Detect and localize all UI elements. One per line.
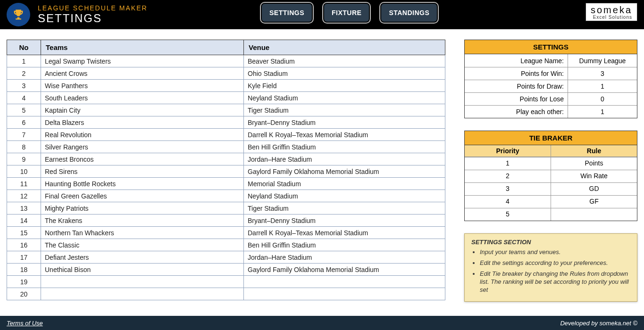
cell-venue[interactable]: Jordan–Hare Stadium	[244, 153, 445, 165]
help-item: Edit the settings according to your pref…	[480, 259, 630, 267]
help-box: SETTINGS SECTION Input your teams and ve…	[464, 233, 637, 302]
cell-no[interactable]: 8	[7, 141, 41, 153]
settings-panel: SETTINGS League Name:Dummy LeaguePoints …	[464, 40, 637, 118]
cell-team[interactable]: Real Revolution	[41, 129, 244, 141]
cell-team[interactable]: Wise Panthers	[41, 80, 244, 92]
cell-team[interactable]: Unethical Bison	[41, 264, 244, 276]
table-row: 18Unethical BisonGaylord Family Oklahoma…	[7, 264, 445, 276]
cell-venue[interactable]	[244, 276, 445, 288]
cell-no[interactable]: 3	[7, 80, 41, 92]
cell-venue[interactable]: Kyle Field	[244, 80, 445, 92]
cell-no[interactable]: 11	[7, 178, 41, 190]
tie-priority: 1	[465, 157, 551, 170]
cell-team[interactable]: Final Green Gazelles	[41, 190, 244, 202]
cell-no[interactable]: 10	[7, 165, 41, 178]
cell-venue[interactable]: Neyland Stadium	[244, 92, 445, 104]
col-no: No	[7, 40, 41, 55]
settings-value[interactable]: 3	[568, 67, 637, 80]
terms-link[interactable]: Terms of Use	[7, 320, 43, 327]
cell-venue[interactable]: Gaylord Family Oklahoma Memorial Stadium	[244, 264, 445, 276]
nav-standings-button[interactable]: STANDINGS	[381, 4, 437, 22]
table-row: 6Delta BlazersBryant–Denny Stadium	[7, 116, 445, 129]
cell-no[interactable]: 19	[7, 276, 41, 288]
tie-priority: 5	[465, 208, 551, 221]
settings-value[interactable]: Dummy League	[568, 54, 637, 67]
cell-venue[interactable]: Gaylord Family Oklahoma Memorial Stadium	[244, 165, 445, 178]
table-row: 8Silver RangersBen Hill Griffin Stadium	[7, 141, 445, 153]
cell-no[interactable]: 1	[7, 55, 41, 67]
cell-venue[interactable]: Ben Hill Griffin Stadium	[244, 141, 445, 153]
cell-no[interactable]: 2	[7, 67, 41, 80]
cell-no[interactable]: 5	[7, 104, 41, 116]
settings-row: Points for Win:3	[465, 67, 637, 80]
col-teams: Teams	[41, 40, 244, 55]
cell-venue[interactable]: Memorial Stadium	[244, 178, 445, 190]
table-row: 20	[7, 288, 445, 300]
tie-rule[interactable]: Win Rate	[551, 170, 637, 182]
cell-team[interactable]	[41, 276, 244, 288]
cell-team[interactable]: Red Sirens	[41, 165, 244, 178]
cell-team[interactable]: Mighty Patriots	[41, 202, 244, 214]
cell-team[interactable]: Defiant Jesters	[41, 251, 244, 264]
cell-team[interactable]: Delta Blazers	[41, 116, 244, 129]
cell-venue[interactable]: Beaver Stadium	[244, 55, 445, 67]
settings-label: Points for Draw:	[465, 80, 568, 92]
help-item: Edit Tie breaker by changing the Rules f…	[480, 270, 630, 294]
cell-no[interactable]: 6	[7, 116, 41, 129]
tie-rule[interactable]: GF	[551, 195, 637, 208]
cell-venue[interactable]: Neyland Stadium	[244, 190, 445, 202]
nav-fixture-button[interactable]: FIXTURE	[324, 4, 369, 22]
tie-rule[interactable]	[551, 208, 637, 221]
cell-no[interactable]: 17	[7, 251, 41, 264]
settings-value[interactable]: 1	[568, 105, 637, 118]
cell-venue[interactable]: Tiger Stadium	[244, 202, 445, 214]
cell-venue[interactable]: Ohio Stadium	[244, 67, 445, 80]
tie-row: 4GF	[465, 195, 637, 208]
cell-no[interactable]: 15	[7, 227, 41, 239]
cell-no[interactable]: 4	[7, 92, 41, 104]
nav-settings-button[interactable]: SETTINGS	[262, 4, 312, 22]
cell-venue[interactable]	[244, 288, 445, 300]
brand-tagline: Excel Solutions	[591, 15, 632, 20]
settings-value[interactable]: 1	[568, 80, 637, 92]
cell-no[interactable]: 12	[7, 190, 41, 202]
page-title: SETTINGS	[38, 12, 148, 25]
cell-team[interactable]: Kaptain City	[41, 104, 244, 116]
cell-team[interactable]: Northern Tan Whackers	[41, 227, 244, 239]
tie-rule[interactable]: Points	[551, 157, 637, 170]
settings-label: Points for Lose	[465, 92, 568, 105]
cell-team[interactable]: Haunting Bottle Rockets	[41, 178, 244, 190]
cell-team[interactable]: South Leaders	[41, 92, 244, 104]
cell-team[interactable]: Silver Rangers	[41, 141, 244, 153]
settings-row: Points for Lose0	[465, 92, 637, 105]
cell-venue[interactable]: Jordan–Hare Stadium	[244, 251, 445, 264]
cell-team[interactable]	[41, 288, 244, 300]
cell-no[interactable]: 9	[7, 153, 41, 165]
cell-venue[interactable]: Ben Hill Griffin Stadium	[244, 239, 445, 251]
cell-venue[interactable]: Darrell K Royal–Texas Memorial Stadium	[244, 227, 445, 239]
cell-venue[interactable]: Darrell K Royal–Texas Memorial Stadium	[244, 129, 445, 141]
cell-venue[interactable]: Bryant–Denny Stadium	[244, 214, 445, 227]
cell-team[interactable]: The Classic	[41, 239, 244, 251]
settings-row: League Name:Dummy League	[465, 54, 637, 67]
cell-no[interactable]: 14	[7, 214, 41, 227]
cell-venue[interactable]: Bryant–Denny Stadium	[244, 116, 445, 129]
table-row: 1Legal Swamp TwistersBeaver Stadium	[7, 55, 445, 67]
cell-venue[interactable]: Tiger Stadium	[244, 104, 445, 116]
trophy-icon	[12, 8, 25, 21]
cell-no[interactable]: 13	[7, 202, 41, 214]
settings-value[interactable]: 0	[568, 92, 637, 105]
cell-no[interactable]: 20	[7, 288, 41, 300]
tie-rule[interactable]: GD	[551, 182, 637, 195]
cell-team[interactable]: Legal Swamp Twisters	[41, 55, 244, 67]
cell-no[interactable]: 18	[7, 264, 41, 276]
cell-team[interactable]: Earnest Broncos	[41, 153, 244, 165]
cell-no[interactable]: 7	[7, 129, 41, 141]
cell-team[interactable]: The Krakens	[41, 214, 244, 227]
tie-priority: 3	[465, 182, 551, 195]
cell-no[interactable]: 16	[7, 239, 41, 251]
cell-team[interactable]: Ancient Crows	[41, 67, 244, 80]
table-row: 19	[7, 276, 445, 288]
tie-row: 1Points	[465, 157, 637, 170]
table-row: 5Kaptain CityTiger Stadium	[7, 104, 445, 116]
